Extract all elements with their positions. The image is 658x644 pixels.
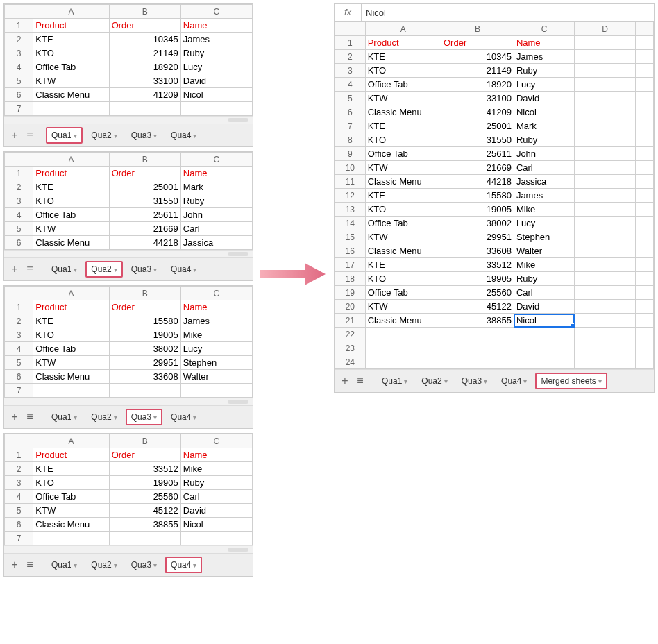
cell[interactable]: Carl: [514, 161, 574, 175]
cell[interactable]: James: [180, 33, 252, 46]
cell[interactable]: Product: [33, 19, 109, 33]
cell[interactable]: KTO: [33, 328, 109, 342]
cell[interactable]: [33, 384, 109, 398]
cell[interactable]: Walter: [514, 244, 574, 258]
cell[interactable]: [575, 341, 635, 355]
cell[interactable]: Lucy: [180, 342, 252, 356]
cell[interactable]: [575, 119, 635, 133]
add-sheet-button[interactable]: +: [8, 263, 21, 276]
cell[interactable]: KTW: [365, 230, 441, 244]
horizontal-scrollbar[interactable]: [4, 116, 253, 124]
cell[interactable]: [109, 532, 180, 545]
horizontal-scrollbar[interactable]: [4, 545, 253, 553]
tab-qua2[interactable]: Qua2▾: [85, 557, 122, 573]
row-header[interactable]: 4: [5, 60, 33, 74]
cell[interactable]: 21669: [441, 161, 514, 175]
cell[interactable]: 19905: [441, 272, 514, 286]
row-header[interactable]: 3: [5, 328, 33, 342]
row-header[interactable]: 8: [335, 133, 366, 147]
cell[interactable]: Office Tab: [33, 342, 109, 356]
cell[interactable]: Mark: [514, 119, 574, 133]
tab-qua2[interactable]: Qua2▾: [85, 127, 122, 144]
cell[interactable]: Jassica: [180, 236, 252, 250]
column-header[interactable]: C: [514, 22, 574, 36]
cell[interactable]: 44218: [441, 175, 514, 189]
cell[interactable]: John: [180, 208, 252, 222]
row-header[interactable]: 14: [335, 217, 366, 230]
add-sheet-button[interactable]: +: [8, 559, 21, 571]
cell[interactable]: James: [514, 50, 574, 64]
cell[interactable]: [575, 286, 635, 300]
cell[interactable]: Ruby: [514, 272, 574, 286]
all-sheets-button[interactable]: ≡: [354, 375, 366, 387]
cell[interactable]: Nicol: [180, 88, 252, 102]
cell[interactable]: 25611: [109, 208, 180, 222]
cell[interactable]: 19905: [109, 476, 180, 490]
column-header[interactable]: A: [365, 22, 441, 36]
column-header[interactable]: C: [180, 5, 252, 19]
cell[interactable]: [575, 147, 635, 161]
all-sheets-button[interactable]: ≡: [24, 559, 36, 571]
cell[interactable]: [514, 328, 574, 341]
tab-qua3[interactable]: Qua3▾: [456, 373, 493, 389]
cell[interactable]: [635, 105, 653, 119]
data-grid[interactable]: ABC1ProductOrderName2KTE33512Mike3KTO199…: [4, 434, 253, 545]
row-header[interactable]: 1: [5, 19, 33, 33]
cell[interactable]: Carl: [180, 222, 252, 236]
cell[interactable]: 19005: [109, 328, 180, 342]
cell[interactable]: [635, 258, 653, 272]
cell[interactable]: Ruby: [180, 194, 252, 208]
data-grid[interactable]: ABC1ProductOrderName2KTE10345James3KTO21…: [4, 4, 253, 116]
tab-qua1[interactable]: Qua1▾: [46, 261, 83, 278]
cell[interactable]: [635, 50, 653, 64]
column-header[interactable]: B: [109, 434, 180, 448]
cell[interactable]: 33512: [109, 462, 180, 476]
select-all-corner[interactable]: [5, 153, 33, 167]
row-header[interactable]: 22: [335, 328, 366, 341]
cell[interactable]: KTO: [365, 64, 441, 78]
cell[interactable]: [575, 133, 635, 147]
horizontal-scrollbar[interactable]: [4, 398, 253, 405]
cell[interactable]: 44218: [109, 236, 180, 250]
cell[interactable]: Classic Menu: [33, 518, 109, 532]
tab-qua2[interactable]: Qua2▾: [85, 261, 122, 278]
column-header[interactable]: B: [109, 5, 180, 19]
cell[interactable]: [365, 328, 441, 341]
cell[interactable]: [180, 384, 252, 398]
cell[interactable]: Mike: [514, 258, 574, 272]
row-header[interactable]: 19: [335, 286, 366, 300]
cell[interactable]: Stephen: [514, 230, 574, 244]
column-header[interactable]: A: [33, 287, 109, 300]
cell[interactable]: [575, 300, 635, 314]
row-header[interactable]: 5: [335, 92, 366, 105]
row-header[interactable]: 1: [5, 167, 33, 180]
cell[interactable]: Carl: [180, 490, 252, 504]
all-sheets-button[interactable]: ≡: [24, 263, 36, 276]
cell[interactable]: [365, 341, 441, 355]
data-grid[interactable]: ABC1ProductOrderName2KTE25001Mark3KTO315…: [4, 152, 253, 250]
row-header[interactable]: 21: [335, 314, 366, 328]
cell[interactable]: 45122: [109, 504, 180, 518]
cell[interactable]: Order: [109, 19, 180, 33]
row-header[interactable]: 5: [5, 74, 33, 88]
cell[interactable]: [635, 217, 653, 230]
cell[interactable]: Classic Menu: [365, 314, 441, 328]
cell[interactable]: Name: [180, 167, 252, 180]
cell[interactable]: [575, 244, 635, 258]
cell[interactable]: Name: [180, 448, 252, 462]
cell[interactable]: 15580: [441, 189, 514, 203]
cell[interactable]: [575, 64, 635, 78]
row-header[interactable]: 6: [5, 88, 33, 102]
row-header[interactable]: 5: [5, 356, 33, 370]
cell[interactable]: Classic Menu: [365, 105, 441, 119]
cell[interactable]: Ruby: [514, 64, 574, 78]
cell[interactable]: 10345: [441, 50, 514, 64]
cell[interactable]: Nicol: [514, 314, 574, 328]
row-header[interactable]: 15: [335, 230, 366, 244]
cell[interactable]: 25611: [441, 147, 514, 161]
cell[interactable]: 15580: [109, 314, 180, 328]
cell[interactable]: Product: [365, 36, 441, 50]
row-header[interactable]: 13: [335, 203, 366, 217]
cell[interactable]: KTO: [33, 194, 109, 208]
column-header[interactable]: C: [180, 153, 252, 167]
